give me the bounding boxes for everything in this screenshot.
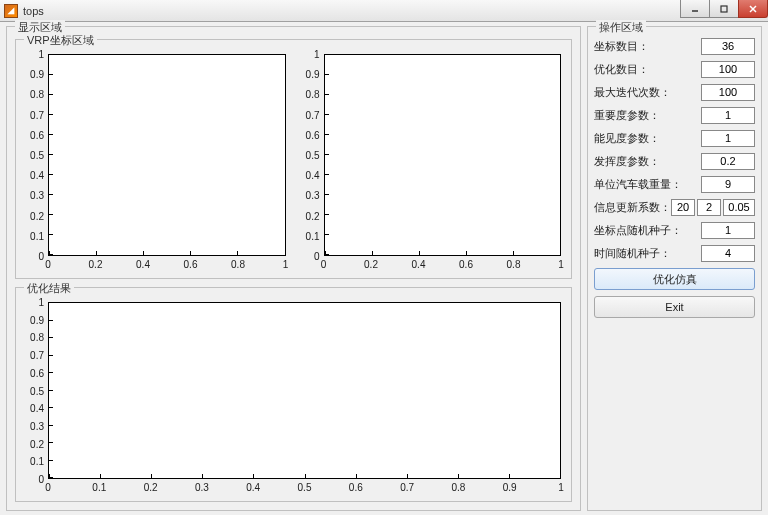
y-tick-label: 0.6 — [306, 129, 320, 140]
y-tick-label: 0.2 — [30, 210, 44, 221]
maximize-button[interactable] — [709, 0, 739, 18]
y-tick-label: 0.1 — [30, 456, 44, 467]
param-input[interactable] — [701, 245, 755, 262]
plot-area — [324, 54, 562, 256]
param-input[interactable] — [701, 107, 755, 124]
y-tick-label: 0.3 — [30, 420, 44, 431]
y-tick-label: 0.5 — [30, 385, 44, 396]
param-label: 最大迭代次数： — [594, 85, 671, 100]
x-tick-label: 0.2 — [89, 259, 103, 270]
y-tick-label: 1 — [314, 49, 320, 60]
y-tick-label: 1 — [38, 297, 44, 308]
y-tick-label: 0.7 — [30, 109, 44, 120]
param-label: 发挥度参数： — [594, 154, 660, 169]
x-tick-label: 0.4 — [136, 259, 150, 270]
param-input[interactable] — [697, 199, 721, 216]
param-label: 能见度参数： — [594, 131, 660, 146]
window-titlebar: ◢ tops — [0, 0, 768, 22]
close-button[interactable] — [738, 0, 768, 18]
param-row: 优化数目： — [594, 60, 755, 78]
x-tick-label: 0.6 — [349, 482, 363, 493]
x-tick-label: 0 — [45, 482, 51, 493]
x-tick-label: 0.2 — [364, 259, 378, 270]
y-tick-label: 0.1 — [30, 230, 44, 241]
param-row: 重要度参数： — [594, 106, 755, 124]
param-row: 发挥度参数： — [594, 152, 755, 170]
param-input[interactable] — [701, 153, 755, 170]
y-tick-label: 0.9 — [306, 69, 320, 80]
y-tick-label: 1 — [38, 49, 44, 60]
x-tick-label: 1 — [283, 259, 289, 270]
display-area-panel: 显示区域 VRP坐标区域 00.10.20.30.40.50.60.70.80.… — [6, 26, 581, 511]
param-row: 坐标数目： — [594, 37, 755, 55]
y-tick-label: 0.7 — [30, 350, 44, 361]
y-tick-label: 0 — [38, 251, 44, 262]
x-tick-label: 0.8 — [231, 259, 245, 270]
vrp-legend: VRP坐标区域 — [24, 33, 97, 48]
app-icon: ◢ — [4, 4, 18, 18]
param-label: 时间随机种子： — [594, 246, 671, 261]
param-input[interactable] — [701, 130, 755, 147]
exit-button[interactable]: Exit — [594, 296, 755, 318]
chart-vrp-right: 00.10.20.30.40.50.60.70.80.91 00.20.40.6… — [296, 50, 568, 274]
x-tick-label: 1 — [558, 482, 564, 493]
param-label: 坐标数目： — [594, 39, 649, 54]
y-tick-label: 0.9 — [30, 314, 44, 325]
y-tick-label: 0.6 — [30, 367, 44, 378]
param-input[interactable] — [701, 176, 755, 193]
chart-opt-result: 00.10.20.30.40.50.60.70.80.91 00.10.20.3… — [20, 298, 567, 497]
x-tick-label: 0 — [321, 259, 327, 270]
param-label: 信息更新系数： — [594, 200, 671, 215]
param-label: 单位汽车载重量： — [594, 177, 682, 192]
y-tick-label: 0.1 — [306, 230, 320, 241]
y-tick-label: 0.5 — [306, 150, 320, 161]
opt-result-legend: 优化结果 — [24, 281, 74, 296]
param-label: 优化数目： — [594, 62, 649, 77]
x-tick-label: 0.5 — [298, 482, 312, 493]
y-tick-label: 0.4 — [30, 403, 44, 414]
control-area-panel: 操作区域 坐标数目：优化数目：最大迭代次数：重要度参数：能见度参数：发挥度参数：… — [587, 26, 762, 511]
x-tick-label: 0.2 — [144, 482, 158, 493]
x-tick-label: 0.9 — [503, 482, 517, 493]
param-row: 最大迭代次数： — [594, 83, 755, 101]
x-tick-label: 0.6 — [184, 259, 198, 270]
control-area-legend: 操作区域 — [596, 20, 646, 35]
param-row: 时间随机种子： — [594, 244, 755, 262]
param-input[interactable] — [701, 84, 755, 101]
y-tick-label: 0.8 — [30, 89, 44, 100]
window-title: tops — [23, 5, 44, 17]
y-tick-label: 0.4 — [306, 170, 320, 181]
param-label: 坐标点随机种子： — [594, 223, 682, 238]
y-tick-label: 0 — [38, 474, 44, 485]
x-tick-label: 0.7 — [400, 482, 414, 493]
vrp-panel: VRP坐标区域 00.10.20.30.40.50.60.70.80.91 00… — [15, 39, 572, 279]
y-tick-label: 0.2 — [306, 210, 320, 221]
y-tick-label: 0.4 — [30, 170, 44, 181]
param-input[interactable] — [671, 199, 695, 216]
svg-rect-1 — [721, 6, 727, 12]
x-tick-label: 0.8 — [507, 259, 521, 270]
minimize-button[interactable] — [680, 0, 710, 18]
x-tick-label: 0 — [45, 259, 51, 270]
y-tick-label: 0.3 — [306, 190, 320, 201]
y-tick-label: 0.8 — [306, 89, 320, 100]
plot-area — [48, 54, 286, 256]
y-tick-label: 0.7 — [306, 109, 320, 120]
y-tick-label: 0.6 — [30, 129, 44, 140]
x-tick-label: 1 — [558, 259, 564, 270]
x-tick-label: 0.4 — [412, 259, 426, 270]
param-input[interactable] — [723, 199, 755, 216]
param-label: 重要度参数： — [594, 108, 660, 123]
window-buttons — [681, 0, 768, 18]
param-row: 能见度参数： — [594, 129, 755, 147]
param-input[interactable] — [701, 222, 755, 239]
y-tick-label: 0 — [314, 251, 320, 262]
simulate-button[interactable]: 优化仿真 — [594, 268, 755, 290]
param-input[interactable] — [701, 38, 755, 55]
param-row: 坐标点随机种子： — [594, 221, 755, 239]
param-row: 单位汽车载重量： — [594, 175, 755, 193]
param-input[interactable] — [701, 61, 755, 78]
y-tick-label: 0.3 — [30, 190, 44, 201]
x-tick-label: 0.1 — [92, 482, 106, 493]
x-tick-label: 0.4 — [246, 482, 260, 493]
